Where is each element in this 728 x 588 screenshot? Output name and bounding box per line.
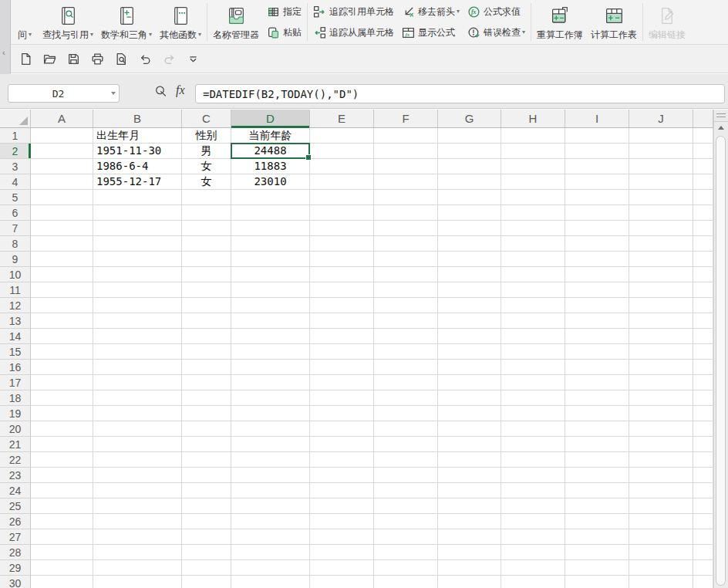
cell-A23[interactable] [31,468,93,483]
cell-H6[interactable] [501,205,565,221]
column-header-H[interactable]: H [501,110,565,127]
ribbon-button-remove-arrows[interactable]: 移去箭头 [402,3,460,20]
cell-C8[interactable] [182,236,231,252]
cell-B28[interactable] [93,545,182,560]
cell-I1[interactable] [565,128,629,144]
cell-F7[interactable] [374,221,438,236]
cell-D5[interactable] [231,190,310,205]
cell-B23[interactable] [93,468,182,483]
cell-J16[interactable] [629,360,693,375]
cell-A5[interactable] [31,190,93,205]
cell-J24[interactable] [629,483,693,498]
cell-D21[interactable] [231,437,310,452]
cell-H22[interactable] [501,452,565,468]
cell-H3[interactable] [501,159,565,174]
column-header-C[interactable]: C [182,110,231,127]
cell-x22[interactable] [693,452,713,468]
cell-J1[interactable] [629,128,693,144]
cell-J23[interactable] [629,468,693,483]
cell-G9[interactable] [438,252,501,267]
cell-A12[interactable] [31,298,93,313]
cell-F24[interactable] [374,483,438,498]
cell-J30[interactable] [629,576,693,588]
ribbon-button-recalc-workbook[interactable]: 重算工作簿 [533,0,587,44]
cell-F20[interactable] [374,421,438,437]
cell-B1[interactable]: 出生年月 [93,128,182,144]
cell-A10[interactable] [31,267,93,282]
cell-I9[interactable] [565,252,629,267]
row-header-9[interactable]: 9 [0,252,31,267]
cell-D22[interactable] [231,452,310,468]
cell-F12[interactable] [374,298,438,313]
cell-B4[interactable]: 1955-12-17 [93,174,182,190]
cell-D13[interactable] [231,313,310,329]
cell-x2[interactable] [693,144,713,159]
cell-A20[interactable] [31,421,93,437]
cell-x19[interactable] [693,406,713,421]
cell-J18[interactable] [629,390,693,406]
cell-A21[interactable] [31,437,93,452]
cell-B24[interactable] [93,483,182,498]
ribbon-button-calc-worksheet[interactable]: 计算工作表 [587,0,641,44]
row-header-26[interactable]: 26 [0,514,31,529]
cell-x28[interactable] [693,545,713,560]
row-header-5[interactable]: 5 [0,190,31,205]
cell-I6[interactable] [565,205,629,221]
cell-B16[interactable] [93,360,182,375]
cell-D25[interactable] [231,498,310,514]
cell-D17[interactable] [231,375,310,390]
cell-C17[interactable] [182,375,231,390]
cell-x3[interactable] [693,159,713,174]
cell-J8[interactable] [629,236,693,252]
row-header-10[interactable]: 10 [0,267,31,282]
cell-J21[interactable] [629,437,693,452]
cell-C12[interactable] [182,298,231,313]
cell-C21[interactable] [182,437,231,452]
row-header-3[interactable]: 3 [0,159,31,174]
open-file-icon[interactable] [41,49,58,68]
cell-I23[interactable] [565,468,629,483]
cell-F23[interactable] [374,468,438,483]
ribbon-button-other-functions[interactable]: 其他函数 [156,0,205,44]
cell-A15[interactable] [31,344,93,360]
cell-C19[interactable] [182,406,231,421]
cell-A25[interactable] [31,498,93,514]
cell-x17[interactable] [693,375,713,390]
scroll-up-arrow-icon[interactable] [714,122,728,133]
row-header-8[interactable]: 8 [0,236,31,252]
cell-H24[interactable] [501,483,565,498]
cell-A7[interactable] [31,221,93,236]
cell-B25[interactable] [93,498,182,514]
column-header-B[interactable]: B [93,110,182,127]
cell-G1[interactable] [438,128,501,144]
ribbon-button-trace-precedents[interactable]: 追踪引用单元格 [313,3,394,20]
cell-E28[interactable] [310,545,374,560]
cell-F29[interactable] [374,560,438,576]
cell-C10[interactable] [182,267,231,282]
cell-A24[interactable] [31,483,93,498]
cell-F27[interactable] [374,529,438,545]
cell-G14[interactable] [438,329,501,344]
cell-J27[interactable] [629,529,693,545]
cell-F9[interactable] [374,252,438,267]
cell-I29[interactable] [565,560,629,576]
cell-J5[interactable] [629,190,693,205]
cell-I19[interactable] [565,406,629,421]
cell-E14[interactable] [310,329,374,344]
cell-D19[interactable] [231,406,310,421]
row-header-19[interactable]: 19 [0,406,31,421]
cell-J11[interactable] [629,282,693,298]
cell-D1[interactable]: 当前年龄 [231,128,310,144]
cell-H11[interactable] [501,282,565,298]
cell-A9[interactable] [31,252,93,267]
cell-H29[interactable] [501,560,565,576]
cell-x21[interactable] [693,437,713,452]
cell-F13[interactable] [374,313,438,329]
cell-B29[interactable] [93,560,182,576]
cell-B9[interactable] [93,252,182,267]
cell-I2[interactable] [565,144,629,159]
cell-F21[interactable] [374,437,438,452]
cell-C30[interactable] [182,576,231,588]
cell-I11[interactable] [565,282,629,298]
cell-G16[interactable] [438,360,501,375]
